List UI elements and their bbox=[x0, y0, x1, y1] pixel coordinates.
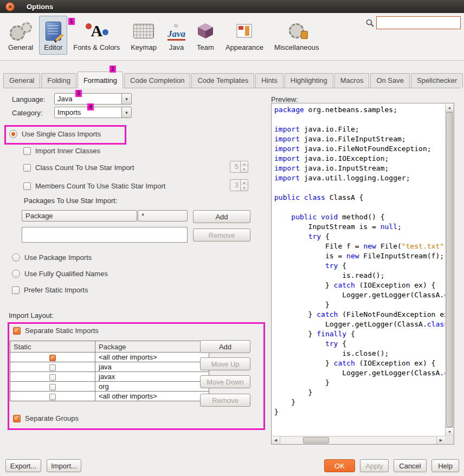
package-cell[interactable]: org bbox=[95, 382, 209, 392]
checkbox-label: Separate Static Imports bbox=[25, 327, 99, 335]
members-count-spinner[interactable]: 3 ▴▾ bbox=[230, 179, 248, 191]
language-label: Language: bbox=[12, 95, 45, 103]
package-cell[interactable]: javax bbox=[95, 372, 209, 382]
tab-on-save[interactable]: On Save bbox=[370, 73, 410, 88]
move-up-button[interactable]: Move Up bbox=[200, 357, 250, 370]
table-row[interactable]: javax bbox=[10, 372, 209, 382]
toolbar-item-appearance[interactable]: Appearance bbox=[221, 16, 268, 55]
toolbar-item-editor[interactable]: Editor bbox=[39, 16, 67, 55]
search-area bbox=[366, 16, 461, 29]
search-input[interactable] bbox=[376, 16, 461, 29]
import-layout-label: Import Layout: bbox=[9, 311, 54, 319]
scroll-right-icon[interactable]: ▶ bbox=[436, 436, 445, 444]
radio-unselected-icon bbox=[12, 253, 20, 262]
scroll-left-icon[interactable]: ◀ bbox=[272, 436, 280, 444]
prefer-static-imports-checkbox[interactable]: Prefer Static Imports bbox=[12, 285, 88, 295]
scrollbar-thumb[interactable] bbox=[446, 112, 453, 427]
table-row[interactable]: org bbox=[10, 382, 209, 392]
help-button[interactable]: Help bbox=[431, 459, 459, 472]
language-value: Java bbox=[55, 95, 121, 103]
table-row[interactable]: java bbox=[10, 362, 209, 372]
tab-code-completion[interactable]: Code Completion bbox=[124, 73, 190, 88]
scrollbar-corner bbox=[445, 436, 454, 444]
scroll-up-icon[interactable]: ▲ bbox=[446, 103, 454, 112]
members-count-checkbox[interactable]: Members Count To Use Static Star Import bbox=[23, 181, 165, 191]
vertical-scrollbar[interactable]: ▲ ▼ bbox=[445, 103, 454, 436]
toolbar-item-keymap[interactable]: Keymap bbox=[126, 16, 162, 55]
use-fully-qualified-radio[interactable]: Use Fully Qualified Names bbox=[12, 269, 108, 278]
checkbox-unchecked-icon[interactable] bbox=[49, 384, 56, 390]
tab-code-templates[interactable]: Code Templates bbox=[191, 73, 254, 88]
toolbar-item-general[interactable]: General bbox=[3, 16, 38, 55]
scrollbar-thumb[interactable] bbox=[303, 437, 329, 444]
class-count-checkbox[interactable]: Class Count To Use Star Import bbox=[23, 163, 134, 172]
toolbar-item-java[interactable]: ≈JavaJava bbox=[163, 16, 190, 55]
ok-button[interactable]: OK bbox=[324, 459, 355, 472]
checkbox-label: Members Count To Use Static Star Import bbox=[35, 182, 165, 190]
package-cell[interactable]: <all other imports> bbox=[95, 392, 209, 401]
miscellaneous-icon bbox=[289, 19, 304, 42]
checkbox-checked-icon bbox=[13, 415, 21, 422]
radio-label: Use Single Class Imports bbox=[22, 130, 101, 138]
checkbox-unchecked-icon[interactable] bbox=[49, 394, 56, 400]
static-column-header[interactable]: Static bbox=[10, 341, 95, 353]
checkbox-unchecked-icon[interactable] bbox=[49, 374, 56, 381]
spinner-arrows-icon[interactable]: ▴▾ bbox=[240, 180, 248, 191]
tab-spellchecker[interactable]: Spellchecker bbox=[411, 73, 463, 88]
layout-remove-button[interactable]: Remove bbox=[200, 394, 250, 407]
toolbar-item-miscellaneous[interactable]: Miscellaneous bbox=[269, 16, 324, 55]
tab-highlighting[interactable]: Highlighting bbox=[285, 73, 333, 88]
category-label: Category: bbox=[12, 109, 42, 117]
move-down-button[interactable]: Move Down bbox=[200, 375, 250, 388]
checkbox-checked-icon[interactable] bbox=[49, 355, 56, 361]
use-single-class-imports-radio[interactable]: Use Single Class Imports bbox=[9, 129, 101, 139]
separate-static-imports-checkbox[interactable]: Separate Static Imports bbox=[13, 326, 99, 335]
apply-button[interactable]: Apply bbox=[360, 459, 389, 472]
chevron-down-icon[interactable]: ▾ bbox=[121, 94, 131, 104]
checkbox-label: Separate Groups bbox=[25, 414, 79, 422]
checkbox-unchecked-icon bbox=[23, 147, 31, 155]
import-button[interactable]: Import... bbox=[47, 459, 81, 472]
separate-groups-checkbox[interactable]: Separate Groups bbox=[13, 414, 79, 423]
language-dropdown[interactable]: Java ▾ bbox=[54, 93, 132, 105]
code-editor[interactable]: package org.netbeans.samples; import jav… bbox=[272, 103, 445, 436]
checkbox-unchecked-icon[interactable] bbox=[49, 364, 56, 371]
use-package-imports-radio[interactable]: Use Package Imports bbox=[12, 253, 92, 262]
class-count-spinner[interactable]: 5 ▴▾ bbox=[230, 161, 248, 173]
appearance-icon bbox=[235, 19, 254, 42]
star-wildcard-column-header[interactable]: * bbox=[138, 210, 188, 221]
layout-add-button[interactable]: Add bbox=[200, 340, 250, 353]
tab-general[interactable]: General bbox=[3, 73, 40, 88]
fonts-colors-icon: A bbox=[87, 19, 106, 42]
toolbar-item-label: Fonts & Colors bbox=[73, 43, 120, 51]
chevron-down-icon[interactable]: ▾ bbox=[121, 107, 131, 118]
titlebar[interactable]: × Options bbox=[0, 0, 464, 13]
import-inner-classes-checkbox[interactable]: Import Inner Classes bbox=[23, 146, 100, 155]
star-package-column-header[interactable]: Package bbox=[22, 210, 137, 221]
horizontal-scrollbar[interactable]: ◀ ▶ bbox=[272, 436, 445, 444]
team-icon bbox=[196, 19, 215, 42]
star-import-table-body[interactable] bbox=[22, 227, 188, 243]
toolbar-item-team[interactable]: Team bbox=[191, 16, 220, 55]
package-column-header[interactable]: Package bbox=[95, 341, 209, 353]
checkbox-label: Class Count To Use Star Import bbox=[35, 164, 134, 172]
options-window: × Options GeneralEditorAFonts & ColorsKe… bbox=[0, 0, 464, 476]
tab-hints[interactable]: Hints bbox=[255, 73, 283, 88]
scroll-down-icon[interactable]: ▼ bbox=[446, 427, 454, 436]
tab-folding[interactable]: Folding bbox=[41, 73, 76, 88]
tab-macros[interactable]: Macros bbox=[334, 73, 370, 88]
package-cell[interactable]: java bbox=[95, 362, 209, 372]
package-cell[interactable]: <all other imports> bbox=[95, 353, 209, 362]
spinner-arrows-icon[interactable]: ▴▾ bbox=[240, 161, 248, 172]
cancel-button[interactable]: Cancel bbox=[394, 459, 427, 472]
tab-formatting[interactable]: Formatting bbox=[78, 71, 123, 88]
close-button[interactable]: × bbox=[5, 2, 15, 11]
star-remove-button[interactable]: Remove bbox=[193, 229, 250, 242]
toolbar-item-label: Team bbox=[197, 43, 214, 51]
checkbox-label: Import Inner Classes bbox=[35, 147, 100, 155]
table-row[interactable]: <all other imports> bbox=[10, 353, 209, 362]
toolbar-item-fonts-colors[interactable]: AFonts & Colors bbox=[68, 16, 125, 55]
export-button[interactable]: Export... bbox=[5, 459, 41, 472]
table-row[interactable]: <all other imports> bbox=[10, 392, 209, 401]
star-add-button[interactable]: Add bbox=[193, 210, 250, 223]
